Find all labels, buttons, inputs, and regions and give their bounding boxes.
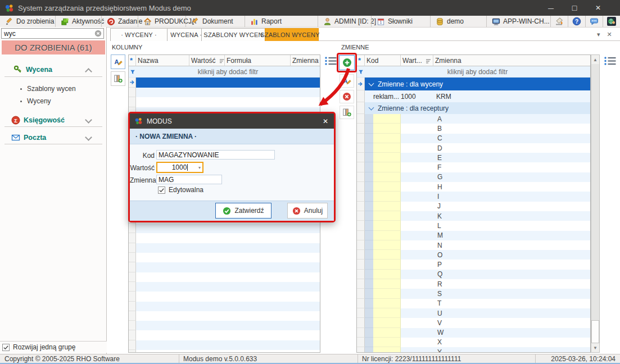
variable-row-t[interactable]: T xyxy=(357,299,590,308)
cell-kod[interactable]: reklam... xyxy=(373,90,401,102)
add-variable-button[interactable] xyxy=(339,55,355,70)
cell-kod-editable[interactable] xyxy=(373,260,401,269)
variable-row-u[interactable]: U xyxy=(357,308,590,318)
variable-row-g[interactable]: G xyxy=(357,172,590,182)
delete-variable-button[interactable] xyxy=(340,90,354,103)
zmienne-filter-row[interactable]: kliknij aby dodać filtr xyxy=(357,66,590,78)
group-row-dla-wyceny[interactable]: Zmienne : dla wyceny xyxy=(357,78,590,90)
cell-wartosc[interactable] xyxy=(401,318,433,327)
confirm-button[interactable]: Zatwierdź xyxy=(215,203,271,219)
cell-kod-editable[interactable] xyxy=(373,240,401,250)
zmienna-field[interactable] xyxy=(156,175,222,184)
variable-row-c[interactable]: C xyxy=(357,134,590,143)
kolumny-empty-row[interactable] xyxy=(129,282,320,292)
variable-row-w[interactable]: W xyxy=(357,328,590,338)
cell-zmienna[interactable]: I xyxy=(433,192,591,201)
cell-kod-editable[interactable] xyxy=(373,231,401,240)
kolumny-empty-row[interactable] xyxy=(129,97,320,107)
variable-row-d[interactable]: D xyxy=(357,143,590,153)
cell-wartosc[interactable] xyxy=(401,143,433,153)
variable-row-l[interactable]: L xyxy=(357,221,590,230)
cell-wartosc[interactable] xyxy=(401,279,433,289)
kolumny-empty-row[interactable] xyxy=(129,340,320,350)
cell-kod-editable[interactable] xyxy=(373,153,401,162)
cell-zmienna[interactable]: D xyxy=(433,143,591,153)
zmienne-scrollbar[interactable] xyxy=(591,54,600,353)
cell-zmienna[interactable]: B xyxy=(433,124,591,133)
cell-kod-editable[interactable] xyxy=(373,279,401,289)
cell-zmienna[interactable]: V xyxy=(433,318,591,327)
cell-wartosc[interactable] xyxy=(401,162,433,172)
cell-zmienna[interactable]: O xyxy=(433,250,591,260)
zmienne-column-chooser-icon[interactable] xyxy=(604,56,617,66)
kolumny-empty-row[interactable] xyxy=(129,243,320,253)
cell-zmienna[interactable]: Y xyxy=(433,347,591,353)
maximize-button[interactable] xyxy=(563,0,586,16)
tab-2[interactable]: · SZABLONY WYCEN · xyxy=(201,28,265,41)
cell-wartosc[interactable] xyxy=(401,270,433,279)
variable-row-q[interactable]: Q xyxy=(357,270,590,279)
column-header-kod[interactable]: Kod xyxy=(365,55,401,66)
close-button[interactable] xyxy=(586,0,610,16)
cell-wartosc[interactable] xyxy=(401,134,433,143)
dropdown-arrow-icon[interactable] xyxy=(198,165,201,170)
cell-kod-editable[interactable] xyxy=(373,172,401,182)
variable-row-p[interactable]: P xyxy=(357,260,590,269)
tab-dropdown-icon[interactable] xyxy=(597,30,600,38)
cell-kod-editable[interactable] xyxy=(373,114,401,124)
kolumny-empty-row[interactable] xyxy=(129,321,320,330)
variable-row-f[interactable]: F xyxy=(357,162,590,172)
variable-row-a[interactable]: A xyxy=(357,114,590,124)
cell-kod-editable[interactable] xyxy=(373,211,401,221)
cell-kod-editable[interactable] xyxy=(373,202,401,211)
kolumny-empty-row[interactable] xyxy=(129,302,320,311)
cell-kod-editable[interactable] xyxy=(373,338,401,347)
tab-close-all-icon[interactable] xyxy=(607,30,612,38)
kolumny-empty-row[interactable] xyxy=(129,350,320,353)
cell-wartosc[interactable] xyxy=(401,221,433,230)
cell-zmienna[interactable]: M xyxy=(433,231,591,240)
kolumny-empty-row[interactable] xyxy=(129,311,320,321)
cell-zmienna[interactable]: Q xyxy=(433,270,591,279)
menu-item-app-win-ch[interactable]: APP-WIN-CH... xyxy=(486,16,548,27)
cell-zmienna[interactable]: F xyxy=(433,162,591,172)
cell-wartosc[interactable] xyxy=(401,124,433,133)
chat-button[interactable] xyxy=(585,16,603,27)
cancel-button[interactable]: Anuluj xyxy=(287,203,328,219)
variable-row-reklam[interactable]: reklam...1000KRM xyxy=(357,90,590,102)
tab-0[interactable]: · WYCENY · xyxy=(110,28,168,41)
variable-row-r[interactable]: R xyxy=(357,279,590,289)
cell-zmienna[interactable]: KRM xyxy=(433,90,591,102)
kolumny-empty-row[interactable] xyxy=(129,88,320,97)
column-header-zmienna[interactable]: Zmienna xyxy=(291,55,320,66)
cell-wartosc[interactable] xyxy=(401,192,433,201)
cell-zmienna[interactable]: J xyxy=(433,202,591,211)
cell-zmienna[interactable]: E xyxy=(433,153,591,162)
cell-wartosc[interactable] xyxy=(401,114,433,124)
cell-kod-editable[interactable] xyxy=(373,289,401,298)
cell-zmienna[interactable]: L xyxy=(433,221,591,230)
menu-item-dokument[interactable]: Dokument xyxy=(185,16,245,27)
cell-zmienna[interactable]: S xyxy=(433,289,591,298)
zmienne-header-row[interactable]: *KodWart...Zmienna xyxy=(357,55,590,66)
cell-wartosc[interactable]: 1000 xyxy=(401,90,433,102)
variable-row-y[interactable]: Y xyxy=(357,347,590,353)
tab-3-active[interactable]: SZABLON WYCENY xyxy=(265,28,319,41)
cell-kod-editable[interactable] xyxy=(373,308,401,318)
kolumny-empty-row[interactable] xyxy=(129,224,320,233)
column-header-wart[interactable]: Wart... xyxy=(401,55,433,66)
cell-zmienna[interactable]: C xyxy=(433,134,591,143)
editable-checkbox[interactable] xyxy=(158,186,165,194)
variable-row-n[interactable]: N xyxy=(357,240,590,250)
kolumny-column-chooser-icon[interactable] xyxy=(324,56,338,66)
add-column-button[interactable] xyxy=(111,71,125,86)
cell-zmienna[interactable]: K xyxy=(433,211,591,221)
variable-row-h[interactable]: H xyxy=(357,182,590,192)
tab-1[interactable]: WYCENA xyxy=(167,28,202,41)
cell-zmienna[interactable]: A xyxy=(433,114,591,124)
cell-zmienna[interactable]: W xyxy=(433,328,591,338)
rename-column-button[interactable]: A xyxy=(111,54,125,69)
cell-wartosc[interactable] xyxy=(401,240,433,250)
edit-variable-button[interactable]: A xyxy=(340,74,354,88)
kod-field[interactable] xyxy=(156,150,275,160)
